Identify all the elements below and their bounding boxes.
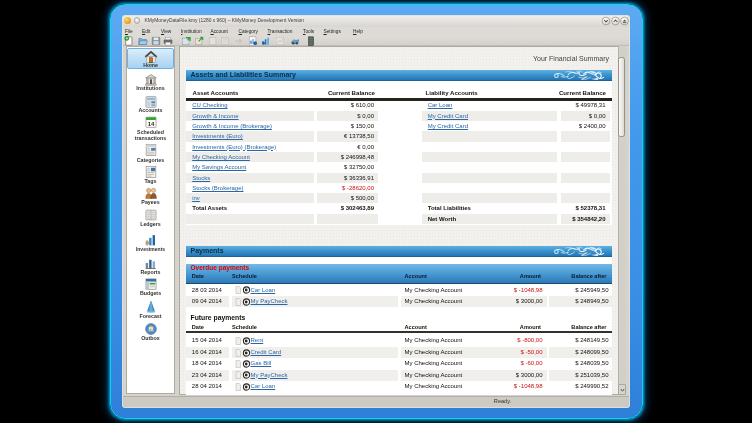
- svg-text:14: 14: [147, 121, 154, 127]
